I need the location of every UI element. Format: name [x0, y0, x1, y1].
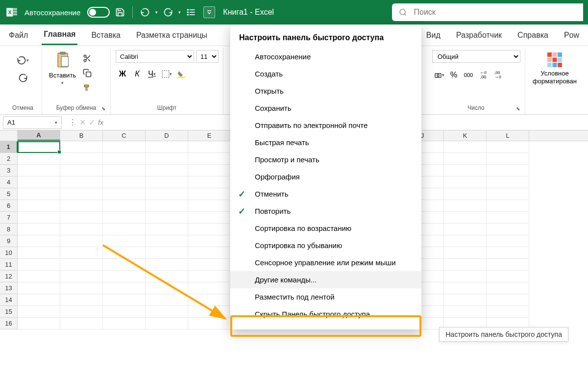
cell[interactable] — [103, 294, 146, 306]
row-header[interactable]: 8 — [0, 224, 18, 235]
column-header[interactable]: L — [487, 130, 529, 141]
cell[interactable] — [18, 212, 60, 224]
cell[interactable] — [444, 141, 487, 153]
row-header[interactable]: 4 — [0, 176, 18, 188]
cell[interactable] — [487, 247, 529, 259]
list-icon[interactable] — [184, 5, 198, 20]
cell[interactable] — [60, 294, 103, 306]
font-size-select[interactable]: 11 — [196, 50, 219, 63]
column-header[interactable]: K — [444, 130, 487, 141]
percent-button[interactable]: % — [447, 69, 461, 81]
cell[interactable] — [103, 224, 146, 235]
search-box[interactable] — [392, 3, 583, 21]
cell[interactable] — [103, 259, 146, 271]
tab-file[interactable]: Файл — [7, 26, 30, 45]
qat-menu-item[interactable]: Быстрая печать — [230, 134, 421, 151]
cell[interactable] — [60, 235, 103, 247]
thousands-button[interactable]: 000 — [462, 69, 475, 81]
tab-insert[interactable]: Вставка — [89, 26, 122, 45]
cell[interactable] — [188, 294, 231, 306]
cell[interactable] — [444, 188, 487, 200]
row-header[interactable]: 13 — [0, 282, 18, 294]
qat-menu-item[interactable]: ✓Отменить — [230, 185, 421, 202]
cell[interactable] — [444, 224, 487, 235]
cell[interactable] — [18, 235, 60, 247]
row-header[interactable]: 12 — [0, 271, 18, 282]
cell[interactable] — [188, 200, 231, 212]
row-header[interactable]: 11 — [0, 259, 18, 271]
cell[interactable] — [18, 294, 60, 306]
tab-developer[interactable]: Разработчик — [454, 26, 504, 45]
cell[interactable] — [103, 188, 146, 200]
paste-button[interactable]: Вставить ▾ — [47, 50, 78, 86]
cell[interactable] — [188, 318, 231, 329]
column-header[interactable]: E — [188, 130, 231, 141]
tab-view[interactable]: Вид — [424, 26, 442, 45]
bold-button[interactable]: Ж — [116, 68, 129, 80]
cell[interactable] — [103, 247, 146, 259]
customize-qat-button[interactable] — [203, 6, 215, 18]
cell[interactable] — [146, 282, 188, 294]
cell[interactable] — [18, 141, 60, 153]
cell[interactable] — [60, 247, 103, 259]
fill-color-button[interactable] — [174, 68, 188, 80]
qat-menu-item[interactable]: Сенсорное управление или режим мыши — [230, 254, 421, 271]
cell[interactable] — [146, 176, 188, 188]
cell[interactable] — [487, 176, 529, 188]
cell[interactable] — [146, 200, 188, 212]
cell[interactable] — [60, 188, 103, 200]
cell[interactable] — [188, 235, 231, 247]
cell[interactable] — [146, 153, 188, 165]
qat-menu-item[interactable]: ✓Повторить — [230, 202, 421, 220]
cell[interactable] — [444, 176, 487, 188]
qat-menu-item[interactable]: Сортировка по возрастанию — [230, 220, 421, 237]
cell[interactable] — [103, 176, 146, 188]
cell[interactable] — [103, 282, 146, 294]
select-all-corner[interactable] — [0, 130, 18, 141]
cell[interactable] — [103, 271, 146, 282]
cell[interactable] — [60, 200, 103, 212]
cell[interactable] — [444, 235, 487, 247]
cell[interactable] — [146, 224, 188, 235]
copy-icon[interactable] — [81, 67, 94, 79]
cell[interactable] — [103, 306, 146, 318]
cell[interactable] — [188, 224, 231, 235]
cell[interactable] — [444, 271, 487, 282]
cell[interactable] — [146, 294, 188, 306]
row-header[interactable]: 6 — [0, 200, 18, 212]
increase-decimal-button[interactable]: ,00→0 — [491, 69, 505, 81]
cell[interactable] — [487, 188, 529, 200]
cell[interactable] — [444, 212, 487, 224]
cell[interactable] — [146, 306, 188, 318]
row-header[interactable]: 2 — [0, 153, 18, 165]
qat-menu-item[interactable]: Скрыть Панель быстрого доступа — [230, 305, 421, 323]
cell[interactable] — [487, 141, 529, 153]
cell[interactable] — [103, 141, 146, 153]
tab-help[interactable]: Справка — [515, 26, 550, 45]
cell[interactable] — [146, 141, 188, 153]
cell[interactable] — [18, 224, 60, 235]
row-header[interactable]: 1 — [0, 141, 18, 153]
row-header[interactable]: 10 — [0, 247, 18, 259]
cut-icon[interactable] — [81, 52, 94, 65]
column-header[interactable]: D — [146, 130, 188, 141]
cell[interactable] — [487, 235, 529, 247]
cell[interactable] — [60, 212, 103, 224]
cell[interactable] — [146, 235, 188, 247]
cell[interactable] — [188, 212, 231, 224]
cell[interactable] — [18, 188, 60, 200]
qat-menu-item[interactable]: Автосохранение — [230, 48, 421, 65]
cell[interactable] — [103, 200, 146, 212]
underline-button[interactable]: Ч ▾ — [145, 68, 159, 80]
cell[interactable] — [188, 176, 231, 188]
ribbon-redo-button[interactable] — [17, 72, 29, 84]
cell[interactable] — [146, 212, 188, 224]
row-header[interactable]: 15 — [0, 306, 18, 318]
cell[interactable] — [188, 259, 231, 271]
row-header[interactable]: 3 — [0, 165, 18, 176]
cell[interactable] — [146, 318, 188, 329]
formula-menu-icon[interactable]: ⋮ — [69, 118, 76, 127]
qat-menu-item[interactable]: Просмотр и печать — [230, 151, 421, 168]
column-header[interactable]: C — [103, 130, 146, 141]
cell[interactable] — [188, 141, 231, 153]
